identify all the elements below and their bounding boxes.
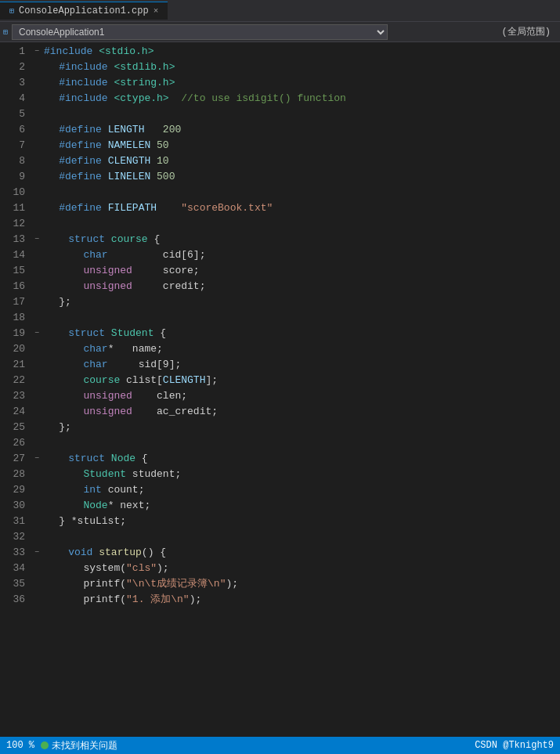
- code-token: Student: [83, 467, 126, 482]
- code-token: CLENGTH: [163, 373, 206, 388]
- code-token: {: [148, 232, 161, 247]
- line-number: 7: [6, 138, 25, 153]
- code-token: [44, 545, 68, 561]
- line-number: 5: [6, 106, 25, 122]
- code-line: char* name;: [34, 341, 560, 357]
- code-line: #define FILEPATH "scoreBook.txt": [34, 200, 560, 216]
- code-token: NAMELEN: [108, 138, 151, 153]
- code-line: char sid[9];: [34, 357, 560, 373]
- line-number: 25: [6, 420, 25, 435]
- line-number: 32: [6, 529, 25, 545]
- status-right: CSDN @Tknight9: [475, 740, 554, 751]
- code-token: unsigned: [83, 279, 132, 294]
- code-line: −#include <stdio.h>: [34, 44, 560, 60]
- code-token: 200: [144, 122, 181, 138]
- code-token: LENGTH: [108, 122, 145, 138]
- code-token: [34, 482, 83, 498]
- code-token: [34, 404, 83, 420]
- scope-right: (全局范围): [496, 25, 557, 38]
- code-token: * name;: [108, 341, 163, 357]
- code-token: 500: [150, 169, 175, 185]
- line-number: 4: [6, 91, 25, 106]
- code-token: struct: [68, 451, 111, 467]
- line-number: 36: [6, 592, 25, 608]
- code-token: );: [226, 576, 238, 592]
- collapse-icon[interactable]: −: [34, 451, 42, 467]
- code-token: startup: [99, 545, 142, 561]
- code-line: Student student;: [34, 467, 560, 482]
- line-number: 13: [6, 232, 25, 247]
- line-number: 21: [6, 357, 25, 373]
- code-token: 10: [150, 153, 168, 169]
- code-token: [157, 200, 181, 216]
- code-token: char: [83, 357, 107, 373]
- active-tab[interactable]: ⊞ ConsoleApplication1.cpp ×: [0, 2, 168, 20]
- status-bar: 100 % 未找到相关问题 CSDN @Tknight9: [0, 737, 560, 754]
- code-token: );: [190, 592, 202, 608]
- code-token: [34, 357, 83, 373]
- code-token: FILEPATH: [108, 200, 157, 216]
- code-content[interactable]: −#include <stdio.h> #include <stdlib.h> …: [31, 42, 560, 737]
- code-token: student;: [126, 467, 181, 482]
- code-token: <ctype.h>: [114, 91, 168, 106]
- scope-dropdown[interactable]: ConsoleApplication1: [12, 24, 388, 40]
- code-token: course: [83, 373, 120, 388]
- code-token: ac_credit;: [132, 404, 218, 420]
- code-token: #include: [34, 75, 114, 91]
- line-numbers: 1234567891011121314151617181920212223242…: [0, 42, 31, 737]
- code-token: [34, 247, 83, 263]
- collapse-icon[interactable]: −: [34, 326, 42, 341]
- code-token: [34, 467, 83, 482]
- code-token: //to use isdigit() function: [169, 91, 346, 106]
- code-token: Student: [111, 326, 154, 341]
- code-line: − void startup() {: [34, 545, 560, 561]
- code-token: unsigned: [83, 263, 132, 279]
- error-status: 未找到相关问题: [41, 739, 117, 752]
- code-token: [44, 326, 68, 341]
- tab-close-button[interactable]: ×: [154, 6, 159, 16]
- line-number: 12: [6, 216, 25, 232]
- code-token: } *stuList;: [34, 514, 126, 529]
- collapse-icon[interactable]: −: [34, 44, 42, 60]
- line-number: 27: [6, 451, 25, 467]
- code-line: − struct course {: [34, 232, 560, 247]
- line-number: 8: [6, 153, 25, 169]
- code-line: course clist[CLENGTH];: [34, 373, 560, 388]
- dropdown-left: ⊞ ConsoleApplication1: [3, 24, 496, 40]
- code-token: Node: [111, 451, 135, 467]
- code-token: "cls": [126, 561, 157, 576]
- code-line: [34, 310, 560, 326]
- code-line: #include <stdlib.h>: [34, 60, 560, 75]
- code-line: #define NAMELEN 50: [34, 138, 560, 153]
- code-line: − struct Student {: [34, 326, 560, 341]
- collapse-icon[interactable]: −: [34, 232, 42, 247]
- line-number: 19: [6, 326, 25, 341]
- tab-icon: ⊞: [9, 6, 14, 16]
- code-token: [34, 279, 83, 294]
- line-number: 3: [6, 75, 25, 91]
- code-token: Node: [83, 498, 107, 514]
- line-number: 24: [6, 404, 25, 420]
- code-token: void: [68, 545, 99, 561]
- tab-filename: ConsoleApplication1.cpp: [19, 5, 149, 16]
- code-line: char cid[6];: [34, 247, 560, 263]
- code-token: );: [157, 561, 169, 576]
- code-token: course: [111, 232, 148, 247]
- title-bar: ⊞ ConsoleApplication1.cpp ×: [0, 0, 560, 22]
- line-number: 17: [6, 294, 25, 310]
- line-number: 26: [6, 435, 25, 451]
- line-number: 14: [6, 247, 25, 263]
- code-token: score;: [132, 263, 200, 279]
- line-number: 23: [6, 388, 25, 404]
- line-number: 11: [6, 200, 25, 216]
- code-token: clen;: [132, 388, 187, 404]
- code-line: printf("1. 添加\n");: [34, 592, 560, 608]
- code-editor: 1234567891011121314151617181920212223242…: [0, 42, 560, 737]
- code-token: count;: [102, 482, 145, 498]
- line-number: 18: [6, 310, 25, 326]
- code-token: #include: [34, 60, 114, 75]
- code-token: system(: [34, 561, 126, 576]
- collapse-icon[interactable]: −: [34, 545, 42, 561]
- code-token: };: [34, 420, 71, 435]
- code-token: char: [83, 247, 107, 263]
